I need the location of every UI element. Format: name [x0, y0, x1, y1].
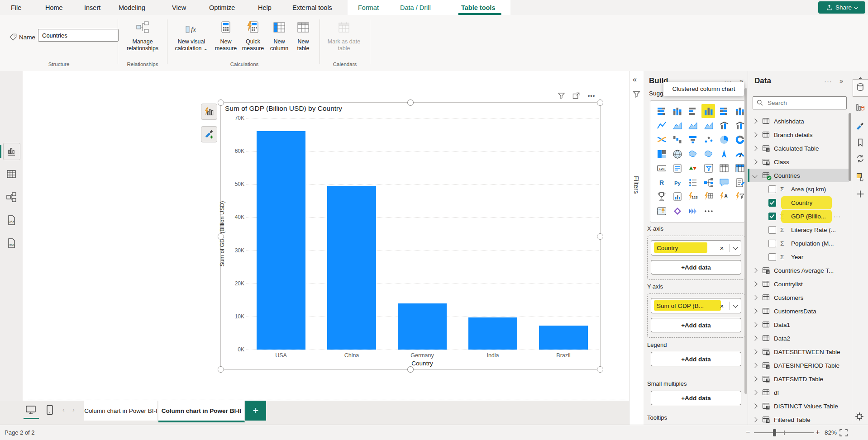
button-slicer-new-icon[interactable] [703, 191, 715, 203]
new-page-button[interactable]: + [245, 401, 266, 421]
r-script-visual-icon[interactable]: R [656, 177, 668, 189]
tree-row-countries-average-t-[interactable]: Countries Average T... [748, 264, 849, 277]
ribbon-manage-relationshipsbutton[interactable]: Manage relationships [125, 20, 160, 52]
expand-chevron-icon[interactable] [752, 118, 757, 123]
bar-USA[interactable] [257, 131, 305, 350]
button-slicer-icon[interactable] [687, 177, 699, 189]
filters-funnel-icon[interactable] [632, 90, 641, 99]
expand-chevron-icon[interactable] [752, 336, 757, 341]
map-icon[interactable] [672, 148, 683, 160]
expand-chevron-icon[interactable] [752, 295, 757, 300]
table-icon[interactable] [718, 162, 730, 174]
add-data-button[interactable]: +Add data [651, 352, 741, 366]
tree-row-class[interactable]: Class [748, 155, 849, 169]
add-pane-icon[interactable] [856, 189, 865, 199]
more-visuals-icon[interactable] [703, 205, 715, 217]
treemap-icon[interactable] [656, 148, 668, 160]
card-icon[interactable]: 123 [656, 162, 668, 174]
metrics-icon[interactable] [656, 191, 668, 203]
dax-query-view-icon[interactable]: DAX [6, 215, 17, 226]
expand-chevron-icon[interactable] [752, 281, 757, 286]
selection-handle[interactable] [218, 99, 224, 106]
100-stacked-bar-chart-icon[interactable] [718, 105, 730, 117]
tree-row-data1[interactable]: Data1 [748, 318, 849, 331]
text-slicer-icon[interactable]: A [718, 191, 730, 203]
fit-to-page-icon[interactable] [839, 429, 848, 437]
expand-chevron-icon[interactable] [752, 417, 757, 422]
field-checkbox[interactable] [768, 253, 776, 261]
arcgis-maps-icon[interactable] [656, 205, 668, 217]
tree-row-countrylist[interactable]: Countrylist [748, 277, 849, 291]
menu-optimize[interactable]: Optimize [207, 0, 237, 15]
search-input[interactable] [767, 97, 844, 109]
tree-row-df[interactable]: df [748, 386, 849, 399]
power-apps-visual-icon[interactable] [672, 205, 683, 217]
model-view-icon[interactable] [6, 192, 17, 203]
zoom-slider-thumb[interactable] [773, 429, 776, 436]
field-checkbox[interactable] [768, 226, 776, 234]
decomposition-tree-icon[interactable] [703, 177, 715, 189]
paginated-report-icon[interactable] [672, 191, 683, 203]
report-view-icon[interactable] [6, 146, 17, 156]
bar-China[interactable] [327, 186, 376, 350]
tree-row-area-sq-km-[interactable]: ΣArea (sq km) [748, 182, 849, 196]
menu-modeling[interactable]: Modeling [117, 0, 147, 15]
tree-row-distinct-values-table[interactable]: DISTINCT Values Table [748, 399, 849, 413]
ribbon-new-visual-calculation-button[interactable]: fx New visual calculation ⌄ [174, 20, 209, 52]
tree-row-branch-details[interactable]: Branch details [748, 128, 849, 142]
stacked-bar-chart-icon[interactable] [656, 105, 668, 117]
prev-page-icon[interactable]: ‹ [62, 406, 65, 413]
field-more-icon[interactable]: ··· [834, 213, 841, 220]
kpi-icon[interactable] [687, 162, 699, 174]
selection-handle[interactable] [407, 366, 414, 373]
selection-handle[interactable] [218, 366, 224, 373]
data-more-icon[interactable]: ··· [824, 77, 832, 85]
tree-row-country[interactable]: Country [748, 196, 849, 209]
menu-file[interactable]: File [9, 0, 23, 15]
expand-chevron-icon[interactable] [752, 390, 757, 395]
expand-chevron-icon[interactable] [752, 376, 757, 381]
stacked-area-chart-icon[interactable] [687, 120, 699, 132]
zoom-in-icon[interactable]: + [816, 428, 820, 436]
tmdl-view-icon[interactable]: TMDL [6, 238, 17, 249]
expand-chevron-icon[interactable] [752, 159, 757, 164]
data-scrollbar[interactable] [849, 113, 851, 181]
add-data-button[interactable]: +Add data [651, 318, 741, 332]
clustered-column-chart-icon[interactable] [703, 105, 715, 117]
multi-row-card-icon[interactable] [672, 162, 683, 174]
waterfall-chart-icon[interactable] [672, 134, 683, 146]
tree-row-gdp-billio-[interactable]: ΣGDP (Billio...··· [748, 209, 849, 223]
page-tab-1[interactable]: Column chart in Power BI-I [84, 401, 158, 421]
tree-row-year[interactable]: ΣYear [748, 250, 849, 264]
menu-data-drill[interactable]: Data / Drill [398, 0, 433, 15]
table-name-input[interactable] [38, 29, 119, 42]
tree-row-literacy-rate-[interactable]: ΣLiteracy Rate (... [748, 223, 849, 237]
field-checkbox[interactable] [768, 213, 776, 220]
expand-chevron-icon[interactable] [752, 322, 757, 327]
format-visual-button[interactable] [201, 126, 217, 142]
line-and-clustered-column-chart-icon[interactable] [734, 120, 746, 132]
power-automate-visual-icon[interactable] [687, 205, 699, 217]
add-data-button[interactable]: +Add data [651, 260, 741, 274]
field-checkbox[interactable] [768, 199, 776, 207]
tree-row-calculated-table[interactable]: Calculated Table [748, 142, 849, 155]
tree-row-data2[interactable]: Data2 [748, 331, 849, 345]
selection-handle[interactable] [218, 233, 224, 240]
pill-dropdown-icon[interactable] [733, 303, 738, 308]
expand-chevron-icon[interactable] [752, 349, 757, 354]
remove-field-icon[interactable]: × [717, 302, 726, 310]
tree-row-customersdata[interactable]: CustomersData [748, 304, 849, 318]
selection-handle[interactable] [597, 99, 603, 106]
100-stacked-column-chart-icon[interactable] [734, 105, 746, 117]
expand-filters-icon[interactable]: « [633, 76, 637, 84]
tree-row-datesbetween-table[interactable]: DATESBETWEEN Table [748, 345, 849, 359]
expand-chevron-icon[interactable] [752, 308, 757, 313]
format-pane-icon[interactable] [856, 122, 865, 131]
data-pane-icon[interactable] [856, 103, 865, 112]
table-view-icon[interactable] [6, 169, 17, 180]
pie-chart-icon[interactable] [718, 134, 730, 146]
expand-chevron-icon[interactable] [752, 268, 757, 273]
slicer-icon[interactable] [703, 162, 715, 174]
tree-row-ashishdata[interactable]: Ashishdata [748, 114, 849, 128]
menu-insert[interactable]: Insert [82, 0, 102, 15]
